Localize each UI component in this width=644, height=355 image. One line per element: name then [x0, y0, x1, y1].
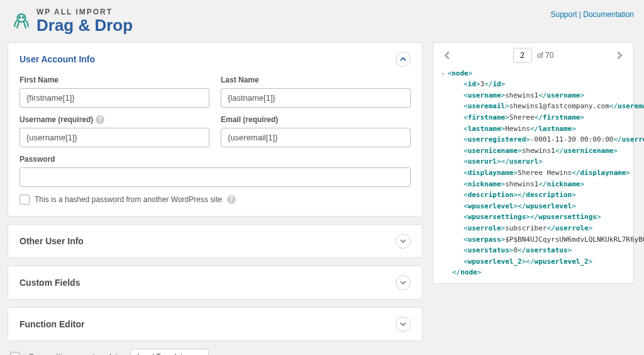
xml-preview-panel: of 70 -<node><id>3</id><username>shewins… [433, 42, 634, 284]
panel-user-account-info: User Account Info First Name Last Name [8, 42, 423, 217]
documentation-link[interactable]: Documentation [583, 10, 634, 19]
header-subtitle: WP ALL IMPORT [36, 8, 133, 16]
next-record-button[interactable] [613, 49, 626, 62]
help-icon[interactable]: ? [96, 115, 104, 124]
svg-point-2 [23, 17, 24, 18]
last-name-label: Last Name [221, 76, 411, 84]
panel-title: Custom Fields [19, 278, 80, 288]
svg-point-1 [19, 17, 20, 18]
password-input[interactable] [19, 167, 411, 187]
email-label: Email (required) [221, 115, 411, 124]
username-input[interactable] [19, 128, 209, 147]
hashed-password-checkbox[interactable] [19, 194, 30, 205]
logo-icon [10, 10, 33, 33]
load-template-select[interactable]: Load Template... [130, 349, 209, 355]
xml-tree: -<node><id>3</id><username>shewins1</use… [441, 68, 626, 278]
panel-title: Other User Info [19, 236, 84, 246]
email-input[interactable] [221, 128, 411, 147]
last-name-input[interactable] [221, 88, 411, 108]
panel-title: Function Editor [19, 319, 84, 329]
header-title: Drag & Drop [36, 16, 133, 35]
username-label: Username (required)? [19, 115, 209, 124]
support-link[interactable]: Support [550, 10, 577, 19]
expand-button[interactable] [396, 234, 411, 249]
panel-other-user-info[interactable]: Other User Info [8, 224, 423, 258]
expand-button[interactable] [396, 275, 411, 290]
collapse-button[interactable] [396, 52, 411, 67]
panel-title: User Account Info [19, 54, 95, 64]
first-name-input[interactable] [19, 88, 209, 108]
of-total-label: of 70 [537, 51, 554, 60]
save-template-checkbox[interactable] [10, 352, 20, 355]
prev-record-button[interactable] [441, 49, 453, 62]
first-name-label: First Name [19, 76, 209, 84]
password-label: Password [19, 155, 411, 164]
save-template-label: Save settings as a template [29, 352, 121, 355]
expand-button[interactable] [396, 317, 411, 332]
hashed-password-label: This is a hashed password from another W… [35, 195, 222, 204]
panel-custom-fields[interactable]: Custom Fields [8, 266, 423, 300]
record-number-input[interactable] [513, 48, 532, 63]
panel-function-editor[interactable]: Function Editor [8, 307, 423, 341]
help-icon[interactable]: ? [227, 195, 236, 204]
